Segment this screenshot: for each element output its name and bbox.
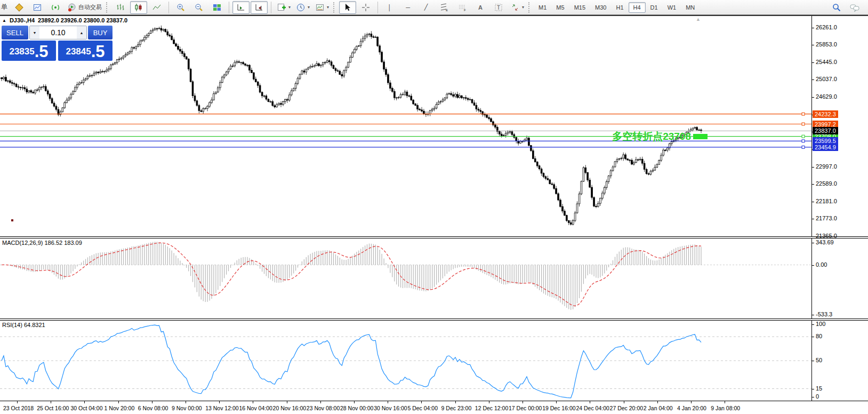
axis-tick-mark	[812, 243, 814, 243]
time-axis[interactable]: 23 Oct 201825 Oct 16:0030 Oct 04:001 Nov…	[0, 401, 868, 414]
text-label-tool[interactable]: T	[490, 1, 507, 14]
timeframe-M5[interactable]: M5	[551, 2, 569, 13]
signal-icon[interactable]	[47, 1, 64, 14]
macd-scale-bottom: -533.3	[816, 311, 832, 317]
price-tick-label: 25037.0	[816, 76, 837, 82]
gold-order-icon[interactable]	[11, 1, 28, 14]
dropdown-icon[interactable]: ▾	[288, 5, 291, 10]
time-tick-mark	[118, 401, 119, 403]
chart-template-button[interactable]: ▾	[313, 1, 331, 14]
top-toolbar: 单 自动交易 ▾ ▾	[0, 0, 868, 15]
time-tick-mark	[17, 401, 18, 403]
rsi-pane: RSI(14) 64.8321 1008050150	[0, 321, 868, 401]
timeframe-M30[interactable]: M30	[590, 2, 611, 13]
time-tick-label: 20 Nov 16:00	[273, 405, 306, 411]
dropdown-icon[interactable]: ▾	[327, 5, 329, 10]
main-chart-pane: ▲ DJ30-,H4 23892.0 23926.0 23800.0 23837…	[0, 16, 868, 236]
price-axis[interactable]: 26261.025853.025445.025037.024629.024221…	[811, 16, 868, 236]
time-tick-mark	[219, 401, 220, 403]
timeframe-H1[interactable]: H1	[611, 2, 628, 13]
sell-price[interactable]: 23835.5	[2, 41, 56, 61]
hline-price-label: 24232.3	[813, 110, 838, 118]
volume-increase-button[interactable]: ▲	[77, 26, 86, 39]
fibonacci-grid-tool[interactable]: F	[454, 1, 471, 14]
time-tick-label: 9 Jan 08:00	[711, 405, 740, 411]
dropdown-icon[interactable]: ▾	[522, 5, 524, 10]
time-tick-mark	[354, 401, 355, 403]
search-icon[interactable]	[828, 1, 845, 14]
period-clock-button[interactable]: ▾	[294, 1, 312, 14]
tile-windows-icon[interactable]	[208, 1, 226, 14]
volume-input[interactable]: 0.10	[39, 26, 77, 39]
time-tick-label: 4 Jan 20:00	[677, 405, 706, 411]
toolbar-grip[interactable]	[528, 2, 532, 13]
toolbar-grip[interactable]	[333, 2, 337, 13]
macd-chart[interactable]	[0, 238, 811, 319]
crosshair-icon[interactable]	[357, 1, 374, 14]
timeframe-M1[interactable]: M1	[534, 2, 551, 13]
symbol-period-label: DJ30-,H4	[10, 17, 35, 23]
chat-icon[interactable]	[846, 1, 863, 14]
axis-tick-mark	[812, 265, 814, 266]
rsi-chart[interactable]	[0, 321, 811, 401]
zoom-in-icon[interactable]	[172, 1, 189, 14]
cursor-icon[interactable]	[339, 1, 356, 14]
time-tick-mark	[51, 401, 51, 403]
line-chart-icon[interactable]	[148, 1, 165, 14]
time-tick-mark	[287, 401, 287, 403]
market-watch-icon[interactable]	[29, 1, 46, 14]
auto-scroll-icon[interactable]	[251, 1, 268, 14]
pivot-annotation-box[interactable]	[693, 134, 708, 139]
candlestick-chart-icon[interactable]	[130, 1, 147, 14]
time-tick-label: 9 Dec 23:00	[441, 405, 472, 411]
time-tick-label: 27 Dec 20:00	[610, 405, 643, 411]
timeframe-M15[interactable]: M15	[569, 2, 590, 13]
new-chart-button[interactable]: ▾	[275, 1, 293, 14]
axis-tick-mark	[812, 236, 814, 237]
toolbar-grip[interactable]	[106, 2, 110, 13]
zoom-out-icon[interactable]	[190, 1, 207, 14]
timeframe-MN[interactable]: MN	[681, 2, 700, 13]
hline-price-label: 23454.9	[813, 144, 838, 151]
trendline-tool[interactable]: ╱	[417, 1, 435, 14]
time-tick-label: 30 Nov 16:00	[374, 405, 407, 411]
collapse-icon[interactable]: ▲	[2, 18, 6, 23]
timeframe-W1[interactable]: W1	[663, 2, 681, 13]
time-tick-label: 23 Nov 08:00	[307, 405, 340, 411]
volume-decrease-button[interactable]: ▼	[30, 26, 39, 39]
fibonacci-tool[interactable]: E	[436, 1, 453, 14]
rsi-scale-label: 50	[816, 357, 822, 363]
rsi-axis[interactable]: 1008050150	[811, 321, 868, 401]
main-price-chart[interactable]	[0, 16, 811, 236]
bar-chart-icon[interactable]	[112, 1, 129, 14]
ohlc-values: 23892.0 23926.0 23800.0 23837.0	[38, 17, 127, 23]
timeframe-D1[interactable]: D1	[646, 2, 663, 13]
pivot-annotation-text[interactable]: 多空转折点23708	[564, 130, 691, 144]
chart-object-dot[interactable]	[11, 219, 13, 221]
time-tick-mark	[186, 401, 186, 403]
price-tick-label: 21773.0	[816, 215, 837, 221]
horizontal-line-tool[interactable]: ─	[399, 1, 416, 14]
axis-tick-mark	[812, 361, 814, 361]
buy-price[interactable]: 23845.5	[58, 41, 112, 61]
dropdown-icon[interactable]: ▾	[308, 5, 310, 10]
axis-tick-mark	[812, 97, 814, 98]
chart-shift-icon[interactable]	[232, 1, 250, 14]
sell-button[interactable]: SELL	[2, 26, 28, 39]
time-tick-label: 12 Dec 12:00	[475, 405, 508, 411]
arrows-tool[interactable]: ▾	[508, 1, 526, 14]
autotrading-button[interactable]: 自动交易	[65, 1, 104, 14]
time-tick-label: 17 Dec 00:00	[509, 405, 542, 411]
chart-title: ▲ DJ30-,H4 23892.0 23926.0 23800.0 23837…	[2, 17, 127, 23]
text-tool[interactable]: A	[472, 1, 489, 14]
time-tick-label: 30 Oct 04:00	[70, 405, 102, 411]
macd-axis[interactable]: 343.690.00-533.3	[811, 238, 868, 319]
new-order-button[interactable]: 单	[1, 3, 8, 12]
time-tick-label: 25 Oct 16:00	[37, 405, 69, 411]
time-tick-mark	[489, 401, 489, 403]
vertical-line-tool[interactable]: │	[381, 1, 398, 14]
timeframe-H4[interactable]: H4	[629, 2, 646, 13]
current-price-label: 23837.0	[813, 127, 838, 134]
buy-button[interactable]: BUY	[88, 26, 112, 39]
one-click-trading-panel: SELL ▼ 0.10 ▲ BUY 23835.5 23845.5	[2, 26, 112, 61]
